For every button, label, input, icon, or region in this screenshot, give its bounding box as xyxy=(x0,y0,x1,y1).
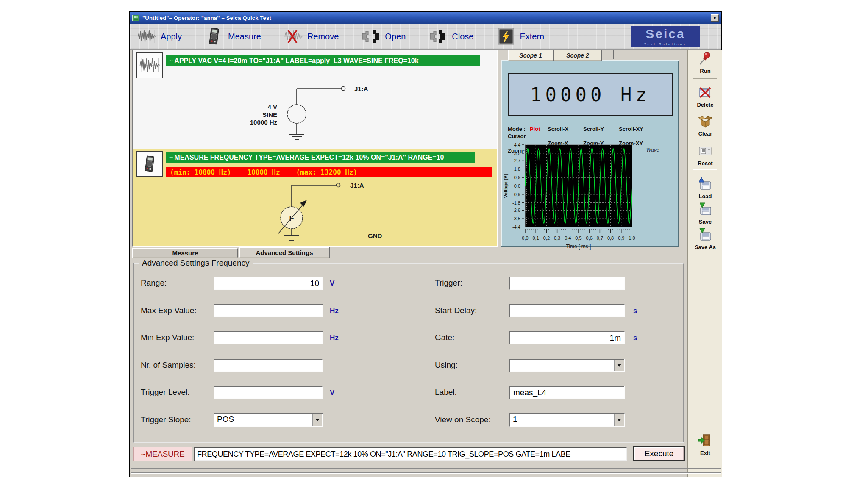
mode-scroll-xy[interactable]: Scroll-XY xyxy=(619,125,659,133)
field-using-select[interactable] xyxy=(509,359,625,372)
mode-plot[interactable]: Plot xyxy=(530,125,548,133)
box-icon xyxy=(698,114,713,130)
select-value: 1 xyxy=(510,414,614,426)
apply-circuit-diagram: J1:A 4 V SINE 10000 Hz xyxy=(243,76,481,148)
command-input[interactable] xyxy=(194,447,627,461)
field-label-input[interactable] xyxy=(509,386,625,399)
source-volts-label: 4 V xyxy=(267,103,277,111)
frequency-readout: 10000 Hz xyxy=(508,73,673,116)
measure-step-panel[interactable]: ~MEASURE FREQUENCY TYPE=AVERAGE EXPECT=1… xyxy=(133,149,497,246)
toolbar-measure-button[interactable]: Measure xyxy=(204,28,261,45)
sidebar-separator xyxy=(693,78,717,79)
settings-tab-divider xyxy=(334,248,334,257)
toolbar-button-label: Apply xyxy=(161,32,182,42)
svg-text:0,4: 0,4 xyxy=(565,236,571,241)
dropdown-arrow-icon[interactable] xyxy=(614,360,624,371)
tilde-prefix: ~ xyxy=(169,154,173,161)
tab-scope-2[interactable]: Scope 2 xyxy=(554,50,602,61)
apply-step-header-text: APPLY VAC V=4 I=20m TO="J1:A" LABEL=appl… xyxy=(174,57,418,65)
window-title: "Untitled"– Operator: "anna" – Seica Qui… xyxy=(142,15,271,21)
field-nr-of-samples-input[interactable] xyxy=(214,359,323,372)
toolbar-close-button[interactable]: Close xyxy=(428,28,473,45)
sidebar-exit-button[interactable]: Exit xyxy=(688,433,722,456)
toolbar: Apply Measure Remove Open Close Extern S… xyxy=(130,24,721,50)
measure-step-header-text: MEASURE FREQUENCY TYPE=AVERAGE EXPECT=12… xyxy=(174,154,444,161)
field-trigger-slope-select[interactable]: POS xyxy=(214,413,323,427)
svg-text:4,4: 4,4 xyxy=(514,142,520,147)
field-view-on-scope-select[interactable]: 1 xyxy=(509,413,625,427)
dropdown-arrow-icon[interactable] xyxy=(312,414,322,426)
apply-step-panel[interactable]: ~APPLY VAC V=4 I=20m TO="J1:A" LABEL=app… xyxy=(133,50,497,149)
ground-symbol xyxy=(289,134,304,139)
sidebar-button-label: Load xyxy=(698,193,712,200)
toolbar-apply-button[interactable]: Apply xyxy=(136,28,182,45)
svg-text:3,5: 3,5 xyxy=(514,151,520,156)
scope-body: 10000 Hz Mode :PlotScroll-XScroll-YScrol… xyxy=(501,60,679,247)
sidebar-button-label: Save xyxy=(699,219,712,225)
sidebar-button-label: Save As xyxy=(695,244,716,250)
field-trigger-level-input[interactable] xyxy=(214,386,323,399)
y-axis-label: Voltage [V] xyxy=(503,174,508,198)
sidebar-button-label: Clear xyxy=(698,130,712,137)
execute-button[interactable]: Execute xyxy=(633,446,685,461)
field-trigger-input[interactable] xyxy=(509,277,625,290)
sidebar-reset-button[interactable]: Reset xyxy=(688,144,722,166)
sidebar-run-button[interactable]: Run xyxy=(688,51,722,74)
tab-measure[interactable]: Measure xyxy=(132,248,238,258)
sidebar-button-label: Exit xyxy=(700,450,710,456)
field-max-exp-value-unit: Hz xyxy=(330,307,339,315)
toolbar-open-button[interactable]: Open xyxy=(361,28,406,45)
app-icon xyxy=(132,15,139,21)
ground-label: GND xyxy=(368,232,382,239)
sidebar-button-label: Delete xyxy=(697,102,713,108)
svg-text:1,8: 1,8 xyxy=(514,166,520,172)
sidebar-button-label: Reset xyxy=(698,160,712,166)
sidebar-load-button[interactable]: Load xyxy=(688,177,722,200)
pushpin-icon xyxy=(698,51,713,67)
select-value xyxy=(510,360,614,371)
toolbar-remove-button[interactable]: Remove xyxy=(283,28,339,45)
dropdown-arrow-icon[interactable] xyxy=(614,414,624,426)
sidebar-save-button[interactable]: Save xyxy=(688,202,722,225)
svg-text:0,7: 0,7 xyxy=(597,236,603,241)
svg-text:0,3: 0,3 xyxy=(554,236,560,241)
save-disk-icon xyxy=(698,227,713,244)
result-min: (min: 10800 Hz) xyxy=(170,168,231,176)
field-start-delay-unit: s xyxy=(633,307,637,315)
field-max-exp-value-input[interactable] xyxy=(214,304,323,317)
status-strip-groove xyxy=(131,472,721,474)
x-axis-label: Time [ ms ] xyxy=(566,244,591,250)
field-gate-label: Gate: xyxy=(435,333,454,342)
svg-text:0,2: 0,2 xyxy=(543,236,550,241)
field-gate-input[interactable] xyxy=(509,331,625,344)
field-start-delay-input[interactable] xyxy=(509,304,625,317)
mode-scroll-x[interactable]: Scroll-X xyxy=(548,125,583,133)
sidebar-save-as-button[interactable]: Save As xyxy=(688,227,722,250)
mode-scroll-y[interactable]: Scroll-Y xyxy=(583,125,619,133)
relay-closed-icon xyxy=(428,28,448,45)
tab-scope-1[interactable]: Scope 1 xyxy=(508,50,554,61)
extern-lightning-icon xyxy=(495,28,516,45)
scope-tab-bar: Scope 1 Scope 2 xyxy=(508,50,614,61)
measure-step-header: ~MEASURE FREQUENCY TYPE=AVERAGE EXPECT=1… xyxy=(166,152,475,163)
mode-label: Mode : xyxy=(508,125,530,133)
field-min-exp-value-input[interactable] xyxy=(214,331,323,344)
apply-step-icon-box xyxy=(136,52,163,78)
field-max-exp-value-label: Max Exp Value: xyxy=(141,306,197,315)
sidebar-delete-button[interactable]: Delete xyxy=(688,85,722,108)
load-disk-icon xyxy=(698,177,713,193)
mode-cursor[interactable]: Cursor xyxy=(508,133,534,140)
sidebar-button-label: Run xyxy=(700,68,710,74)
toolbar-extern-button[interactable]: Extern xyxy=(495,28,544,45)
field-nr-of-samples-label: Nr. of Samples: xyxy=(141,360,196,370)
relay-open-icon xyxy=(361,28,381,45)
field-range-input[interactable] xyxy=(214,277,323,290)
result-value: 10000 Hz xyxy=(248,168,280,176)
sidebar-clear-button[interactable]: Clear xyxy=(688,114,722,137)
sidebar-separator xyxy=(693,169,717,170)
svg-text:0,5: 0,5 xyxy=(575,236,581,241)
close-button[interactable]: × xyxy=(711,14,719,22)
measure-result-bar: (min: 10800 Hz) 10000 Hz (max: 13200 Hz) xyxy=(166,167,492,177)
tab-advanced-settings[interactable]: Advanced Settings xyxy=(239,247,330,258)
tilde-prefix: ~ xyxy=(169,57,173,65)
